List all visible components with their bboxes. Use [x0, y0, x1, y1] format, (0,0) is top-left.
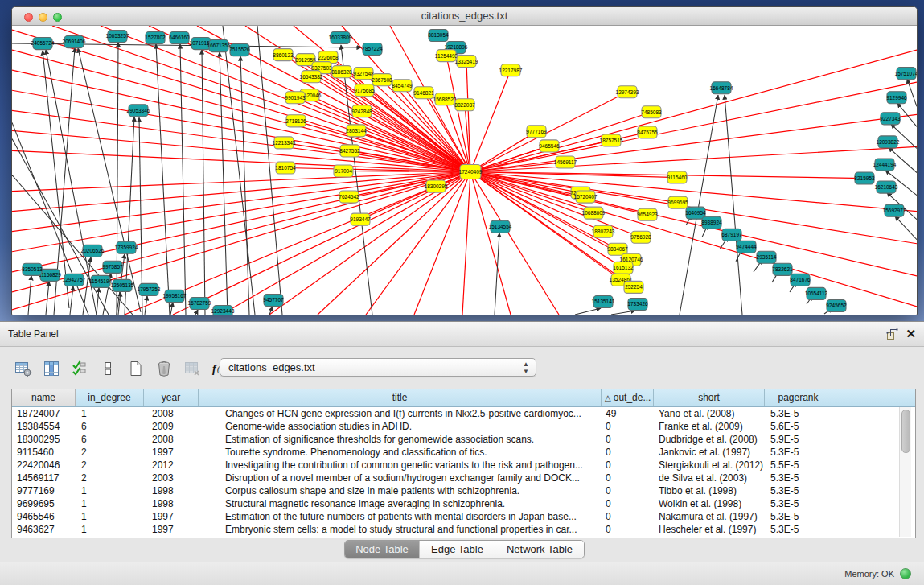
show-columns-button[interactable]: [41, 358, 62, 379]
graph-edge[interactable]: [414, 172, 470, 315]
graph-node-selected[interactable]: 12213343: [273, 137, 296, 149]
graph-node[interactable]: 20206526: [81, 245, 105, 257]
graph-node[interactable]: 7832621: [772, 263, 793, 275]
cell-title[interactable]: Estimation of the future numbers of pati…: [199, 510, 602, 523]
graph-node[interactable]: 19958167: [163, 290, 187, 302]
tab-node-table[interactable]: Node Table: [345, 541, 420, 558]
cell-short[interactable]: Franke et al. (2009): [654, 420, 765, 433]
graph-node[interactable]: 9474444: [736, 241, 757, 253]
cell-short[interactable]: Stergiakouli et al. (2012): [654, 459, 765, 472]
graph-node-selected[interactable]: 7624542: [339, 191, 359, 203]
cell-in-degree[interactable]: 1: [76, 497, 144, 510]
cell-in-degree[interactable]: 1: [76, 523, 144, 536]
graph-edge[interactable]: [52, 26, 470, 172]
cell-title[interactable]: Estimation of significance thresholds fo…: [199, 433, 602, 446]
graph-node[interactable]: 29053346: [127, 105, 150, 117]
graph-node[interactable]: 10653257: [106, 31, 129, 43]
cell-name[interactable]: 14569117: [12, 472, 76, 484]
cell-name[interactable]: 19384554: [12, 420, 76, 433]
graph-edge[interactable]: [223, 26, 255, 315]
graph-edge[interactable]: [470, 172, 559, 315]
graph-node[interactable]: 12444194: [873, 159, 897, 171]
cell-in-degree[interactable]: 2: [76, 472, 144, 484]
graph-node-selected[interactable]: 9777169: [526, 126, 547, 138]
cell-in-degree[interactable]: 6: [76, 433, 144, 446]
cell-name[interactable]: 9115460: [12, 446, 76, 459]
graph-node-selected[interactable]: 8860123: [273, 49, 294, 61]
cell-year[interactable]: 1998: [144, 497, 199, 510]
graph-node[interactable]: 1733426: [627, 298, 648, 310]
graph-edge[interactable]: [495, 233, 499, 315]
column-header-short[interactable]: short: [654, 389, 765, 406]
graph-node[interactable]: 7515526: [229, 44, 250, 56]
table-row[interactable]: 977716911998Corpus callosum shape and si…: [12, 484, 915, 497]
cell-short[interactable]: Wolkin et al. (1998): [654, 497, 765, 510]
cell-out-de-[interactable]: 0: [602, 420, 654, 433]
graph-edge[interactable]: [12, 130, 470, 171]
graph-node[interactable]: 6466160: [169, 32, 190, 44]
scrollbar-thumb[interactable]: [901, 410, 910, 453]
graph-edge[interactable]: [28, 276, 31, 315]
table-settings-button[interactable]: [13, 358, 34, 379]
graph-node-selected[interactable]: 9115460: [667, 171, 688, 183]
cell-out-de-[interactable]: 0: [602, 484, 654, 497]
graph-edge[interactable]: [156, 44, 170, 315]
table-row[interactable]: 1872400712008Changes of HCN gene express…: [12, 407, 915, 420]
network-window[interactable]: citations_edges.txt 24055724206914061065…: [11, 6, 918, 315]
column-header-year[interactable]: year: [144, 389, 199, 406]
graph-node-selected[interactable]: 9465546: [539, 140, 560, 152]
cell-in-degree[interactable]: 1: [76, 484, 144, 497]
graph-node[interactable]: 16033809: [329, 32, 352, 44]
graph-edge[interactable]: [470, 50, 917, 171]
graph-node-selected[interactable]: 9175685: [354, 84, 375, 97]
network-view-canvas[interactable]: 2405572420691406106532571527802646616010…: [12, 26, 917, 315]
cell-year[interactable]: 1997: [144, 523, 199, 536]
graph-node[interactable]: 8471676: [790, 274, 811, 286]
graph-node-selected[interactable]: 9699695: [667, 196, 688, 208]
graph-node[interactable]: 16210643: [875, 181, 898, 193]
graph-node[interactable]: 12505135: [111, 279, 134, 291]
cell-title[interactable]: Corpus callosum shape and size in male p…: [199, 484, 602, 497]
delete-table-button[interactable]: [182, 358, 203, 379]
graph-node[interactable]: 17957253: [138, 283, 161, 295]
cell-pagerank[interactable]: 5.3E-5: [765, 523, 832, 536]
cell-year[interactable]: 2009: [144, 420, 199, 433]
graph-edge[interactable]: [470, 70, 511, 171]
graph-node[interactable]: 6879197: [721, 229, 742, 241]
cell-year[interactable]: 1997: [144, 446, 199, 459]
cell-out-de-[interactable]: 0: [602, 523, 654, 536]
graph-node-selected[interactable]: 13325419: [455, 56, 478, 68]
cell-title[interactable]: Investigating the contribution of common…: [199, 459, 602, 472]
graph-node-selected[interactable]: 9327548: [353, 68, 374, 80]
cell-short[interactable]: Tibbo et al. (1998): [654, 484, 765, 497]
graph-edge[interactable]: [12, 110, 470, 171]
cell-pagerank[interactable]: 5.3E-5: [765, 446, 832, 459]
graph-node-selected[interactable]: 10688609: [582, 207, 606, 219]
graph-edge[interactable]: [470, 92, 627, 171]
graph-node-selected[interactable]: 7485083: [641, 106, 662, 118]
graph-edge[interactable]: [470, 172, 917, 276]
graph-edge[interactable]: [180, 44, 186, 315]
graph-node[interactable]: 12942757: [63, 274, 86, 286]
graph-edge[interactable]: [470, 146, 917, 171]
cell-pagerank[interactable]: 5.3E-5: [765, 407, 832, 420]
cell-short[interactable]: Hescheler et al. (1997): [654, 523, 765, 536]
cell-year[interactable]: 2008: [144, 433, 199, 446]
create-column-button[interactable]: [125, 358, 146, 379]
table-row[interactable]: 969969511998Structural magnetic resonanc…: [12, 497, 915, 510]
cell-pagerank[interactable]: 5.9E-5: [765, 433, 832, 446]
graph-edge[interactable]: [470, 172, 647, 215]
cell-name[interactable]: 9777169: [12, 484, 76, 497]
graph-edge[interactable]: [170, 303, 173, 315]
close-panel-icon[interactable]: ✕: [906, 328, 916, 340]
graph-node[interactable]: 1527802: [145, 32, 166, 44]
graph-node-selected[interactable]: 9193447: [350, 213, 371, 225]
graph-node-selected[interactable]: 12217987: [499, 64, 523, 76]
cell-year[interactable]: 2008: [144, 407, 199, 420]
graph-node[interactable]: 7857224: [362, 43, 383, 56]
tab-edge-table[interactable]: Edge Table: [420, 541, 495, 558]
graph-node-selected[interactable]: 8454749: [392, 80, 413, 92]
cell-in-degree[interactable]: 6: [76, 420, 144, 433]
graph-node-selected[interactable]: 2367608: [372, 74, 392, 86]
graph-node-selected[interactable]: 1615132: [613, 262, 634, 274]
